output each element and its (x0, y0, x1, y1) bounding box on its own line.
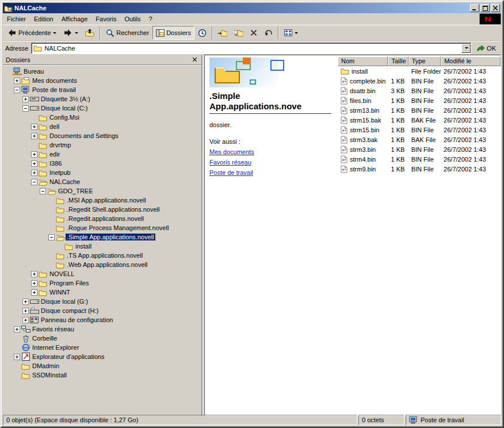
expand-icon[interactable] (22, 317, 29, 323)
menu-outils[interactable]: Outils (120, 14, 144, 24)
tree-item-favoris-r-seau[interactable]: Favoris réseau (5, 324, 201, 334)
file-row-strm15-bak[interactable]: strm15.bak1 KBBAK File26/7/2002 1:43 (338, 115, 501, 125)
file-row-strm13-bin[interactable]: strm13.bin1 KBBIN File26/7/2002 1:43 (338, 105, 501, 115)
tree-item-i386[interactable]: I386 (5, 159, 201, 168)
back-dropdown-icon[interactable] (53, 32, 56, 34)
column-header-taille[interactable]: Taille (388, 56, 408, 66)
tree-item-regedit-shell-applications-novell[interactable]: .Regedit Shell.applications.novell (5, 205, 201, 214)
close-folders-pane-button[interactable] (190, 56, 198, 63)
back-button[interactable]: Précédente (4, 26, 60, 40)
menu-edition[interactable]: Edition (30, 14, 58, 24)
maximize-button[interactable] (480, 4, 490, 12)
tree-item-mes-documents[interactable]: Mes documents (5, 76, 201, 85)
column-header-modifi-le[interactable]: Modifié le (441, 56, 501, 66)
up-button[interactable] (82, 26, 98, 40)
tree-item-panneau-de-configuration[interactable]: Panneau de configuration (5, 315, 201, 324)
expand-icon[interactable] (31, 133, 37, 139)
tree-item-dell[interactable]: dell (5, 122, 201, 131)
file-row-strm3-bin[interactable]: strm3.bin1 KBBIN File26/7/2002 1:43 (338, 144, 501, 154)
tree-item-gdo-tree[interactable]: GDO_TREE (5, 186, 201, 196)
expand-icon[interactable] (31, 124, 37, 130)
file-row-dsattr-bin[interactable]: dsattr.bin3 KBBIN File26/7/2002 1:43 (338, 86, 501, 95)
go-button[interactable]: OK (474, 44, 499, 53)
tree-item-dmadmin[interactable]: DMadmin (5, 361, 201, 370)
tree-item-web-app-applications-novell[interactable]: .Web App.applications.novell (5, 260, 201, 269)
tree-item-explorateur-d-applications[interactable]: Explorateur d'applications (5, 352, 201, 361)
tree-item-winnt[interactable]: WINNT (5, 288, 201, 297)
tree-item-corbeille[interactable]: Corbeille (5, 334, 201, 343)
file-row-strm3-bak[interactable]: strm3.bak1 KBBAK File26/7/2002 1:43 (338, 135, 501, 144)
collapse-icon[interactable] (31, 179, 37, 185)
column-header-type[interactable]: Type (408, 56, 441, 66)
tree-item-ssdminstall[interactable]: SSDMinstall (5, 370, 201, 380)
column-header-nom[interactable]: Nom (338, 56, 388, 66)
tree-item-simple-app-applications-novell[interactable]: .Simple App.applications.novell (5, 232, 201, 242)
move-to-button[interactable] (215, 26, 231, 40)
tree-item-disque-compact-h[interactable]: Disque compact (H:) (5, 306, 201, 315)
file-row-files-bin[interactable]: files.bin1 KBBIN File26/7/2002 1:43 (338, 95, 501, 105)
expand-icon[interactable] (31, 151, 37, 158)
menu-item[interactable]: ? (145, 14, 156, 24)
expand-icon[interactable] (14, 326, 20, 333)
tree-item-program-files[interactable]: Program Files (5, 278, 201, 288)
undo-button[interactable] (261, 26, 276, 40)
tree-item-ts-app-applications-novell[interactable]: .TS App.applications.novell (5, 251, 201, 260)
copy-to-button[interactable] (231, 26, 247, 40)
tree-item-edir[interactable]: edir (5, 150, 201, 159)
collapse-icon[interactable] (14, 87, 20, 93)
collapse-icon[interactable] (48, 234, 55, 240)
file-row-install[interactable]: installFile Folder26/7/2002 1:43 (338, 66, 501, 76)
address-input[interactable]: NALCache (31, 43, 471, 54)
expand-icon[interactable] (22, 299, 29, 305)
file-row-strm9-bin[interactable]: strm9.bin1 KBBIN File26/7/2002 1:43 (338, 164, 501, 174)
views-dropdown-icon[interactable] (295, 32, 298, 34)
file-row-complete-bin[interactable]: complete.bin1 KBBIN File26/7/2002 1:43 (338, 76, 501, 86)
tree-item-novell[interactable]: NOVELL (5, 269, 201, 278)
views-button[interactable] (281, 26, 301, 40)
address-dropdown-button[interactable] (461, 44, 471, 53)
forward-dropdown-icon[interactable] (75, 32, 78, 34)
tree-item-rogue-process-management-novell[interactable]: .Rogue Process Management.novell (5, 223, 201, 232)
expand-icon[interactable] (31, 289, 37, 296)
tree-item-disquette-3-a[interactable]: Disquette 3½ (A:) (5, 94, 201, 104)
history-button[interactable] (194, 26, 210, 40)
tree-item-config-msi[interactable]: Config.Msi (5, 113, 201, 122)
expand-icon[interactable] (31, 160, 37, 167)
minimize-button[interactable] (470, 4, 479, 12)
tree-item-inetpub[interactable]: Inetpub (5, 168, 201, 177)
link-poste-de-travail[interactable]: Poste de travail (209, 169, 253, 176)
forward-button[interactable] (60, 26, 82, 40)
menu-affichage[interactable]: Affichage (58, 14, 92, 24)
collapse-icon[interactable] (40, 188, 46, 194)
folders-button[interactable]: Dossiers (152, 26, 194, 40)
delete-button[interactable] (247, 26, 261, 40)
file-row-strm15-bin[interactable]: strm15.bin1 KBBIN File26/7/2002 1:43 (338, 125, 501, 135)
menu-fichier[interactable]: Fichier (3, 14, 30, 24)
tree-item-drvrtmp[interactable]: drvrtmp (5, 140, 201, 150)
tree-item-internet-explorer[interactable]: Internet Explorer (5, 343, 201, 352)
tree-item-disque-local-c[interactable]: Disque local (C:) (5, 104, 201, 113)
menu-favoris[interactable]: Favoris (91, 14, 120, 24)
tree-item-poste-de-travail[interactable]: Poste de travail (5, 85, 201, 94)
expand-icon[interactable] (14, 354, 20, 360)
expand-icon[interactable] (22, 308, 29, 314)
title-bar[interactable]: NALCache (3, 3, 501, 13)
tree-item-regedit-applications-novell[interactable]: .Regedit.applications.novell (5, 214, 201, 223)
expand-icon[interactable] (14, 78, 20, 84)
expand-icon[interactable] (31, 170, 37, 176)
file-row-strm4-bin[interactable]: strm4.bin1 KBBIN File26/7/2002 1:43 (338, 154, 501, 164)
expand-icon[interactable] (22, 96, 29, 102)
tree-item-documents-and-settings[interactable]: Documents and Settings (5, 131, 201, 140)
link-mes-documents[interactable]: Mes documents (209, 148, 254, 155)
expand-icon[interactable] (31, 280, 37, 286)
close-button[interactable] (491, 4, 500, 12)
tree-item-disque-local-g[interactable]: Disque local (G:) (5, 297, 201, 306)
tree-item-msi-app-applications-novell[interactable]: .MSI App.applications.novell (5, 196, 201, 205)
tree-item-nalcache[interactable]: NALCache (5, 177, 201, 186)
link-favoris-r-seau[interactable]: Favoris réseau (209, 159, 251, 166)
tree-item-install[interactable]: install (5, 242, 201, 251)
tree-item-bureau[interactable]: Bureau (5, 67, 201, 76)
expand-icon[interactable] (31, 271, 37, 277)
search-button[interactable]: Rechercher (102, 26, 152, 40)
collapse-icon[interactable] (22, 105, 29, 112)
